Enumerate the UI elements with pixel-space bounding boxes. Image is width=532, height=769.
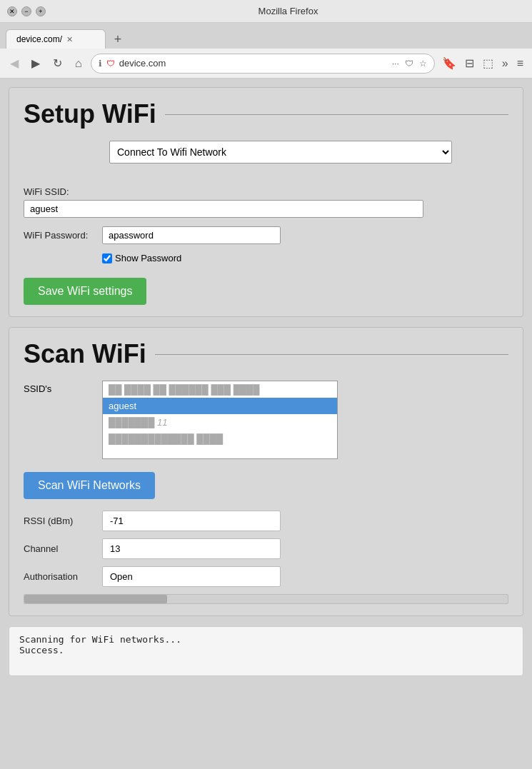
scan-wifi-section: Scan WiFi SSID's ██ ████ ██ ██████ ███ █… [9,327,523,616]
secure-icon: ℹ [99,59,102,69]
shield-icon: 🛡 [106,59,115,69]
minimize-button[interactable]: − [21,6,31,16]
rssi-label: RSSI (dBm) [24,516,102,526]
scan-wifi-button[interactable]: Scan WiFi Networks [24,472,155,499]
save-wifi-button[interactable]: Save WiFi settings [24,278,146,305]
url-text[interactable]: device.com [119,58,388,69]
library-button[interactable]: ⊟ [462,54,477,73]
password-label: WiFi Password: [24,230,102,241]
password-row: WiFi Password: [24,226,508,244]
setup-wifi-title: Setup WiFi [24,99,156,129]
scan-wifi-title: Scan WiFi [24,339,146,369]
setup-wifi-section: Setup WiFi Connect To Wifi Network WiFi … [9,87,523,317]
overflow-button[interactable]: » [499,54,511,73]
forward-button[interactable]: ▶ [27,54,44,73]
show-password-checkbox[interactable] [102,253,112,263]
ssid-row: WiFi SSID: [24,186,508,218]
channel-label: Channel [24,543,102,554]
setup-wifi-divider [165,114,508,115]
ssid-label: WiFi SSID: [24,186,508,197]
tab-bar: device.com/ ✕ + [0,23,532,49]
console-line-1: Scanning for WiFi networks... [19,634,513,645]
browser-titlebar: ✕ − + Mozilla Firefox [0,0,532,23]
show-password-row: Show Password [102,253,508,263]
window-controls[interactable]: ✕ − + [7,6,46,16]
console-output: Scanning for WiFi networks... Success. [9,626,523,676]
console-line-2: Success. [19,645,513,655]
close-button[interactable]: ✕ [7,6,17,16]
auth-label: Authorisation [24,571,102,582]
list-item[interactable]: ██ ████ ██ ██████ ███ ████ [103,381,337,398]
shield-privacy-icon[interactable]: 🛡 [405,59,413,69]
show-password-label[interactable]: Show Password [115,253,181,263]
scrollbar-thumb[interactable] [24,595,167,603]
back-button[interactable]: ◀ [6,54,23,73]
home-button[interactable]: ⌂ [71,54,86,73]
channel-row: Channel 13 [24,538,508,559]
setup-wifi-title-row: Setup WiFi [24,99,508,129]
menu-button[interactable]: ≡ [514,54,526,73]
list-item[interactable]: aguest [103,398,337,414]
page-content: Setup WiFi Connect To Wifi Network WiFi … [0,79,532,685]
auth-value: Open [102,566,281,587]
network-dropdown-row: Connect To Wifi Network [109,141,508,175]
address-bar[interactable]: ℹ 🛡 device.com ··· 🛡 ☆ [91,54,435,74]
tab-close-button[interactable]: ✕ [66,35,73,44]
new-tab-button[interactable]: + [109,30,127,49]
network-select[interactable]: Connect To Wifi Network [109,141,452,164]
scan-wifi-title-row: Scan WiFi [24,339,508,369]
list-item[interactable]: ███████ 11 [103,414,337,431]
nav-bar: ◀ ▶ ↻ ⌂ ℹ 🛡 device.com ··· 🛡 ☆ 🔖 ⊟ ⬚ » ≡ [0,49,532,79]
synced-tabs-button[interactable]: ⬚ [480,54,496,73]
scan-wifi-divider [155,354,508,355]
reload-button[interactable]: ↻ [49,54,66,73]
list-item[interactable]: █████████████ ████ [103,431,337,447]
auth-row: Authorisation Open [24,566,508,587]
bookmark-icon[interactable]: ☆ [419,59,427,69]
rssi-value: -71 [102,511,281,531]
rssi-row: RSSI (dBm) -71 [24,511,508,531]
network-listbox[interactable]: ██ ████ ██ ██████ ███ ████ aguest ██████… [102,381,338,459]
network-listbox-container: ██ ████ ██ ██████ ███ ████ aguest ██████… [102,381,338,459]
browser-title: Mozilla Firefox [51,6,525,16]
more-icon[interactable]: ··· [392,59,399,69]
active-tab[interactable]: device.com/ ✕ [6,29,106,49]
tab-label: device.com/ [16,34,62,44]
ssid-list-row: SSID's ██ ████ ██ ██████ ███ ████ aguest… [24,381,508,465]
nav-right-buttons: 🔖 ⊟ ⬚ » ≡ [439,54,526,73]
horizontal-scrollbar[interactable] [24,594,508,604]
password-input[interactable] [102,226,281,244]
maximize-button[interactable]: + [36,6,46,16]
ssid-input[interactable] [24,200,423,218]
address-icons: ··· 🛡 ☆ [392,59,427,69]
channel-value: 13 [102,538,281,559]
extensions-button[interactable]: 🔖 [439,54,459,73]
ssid-list-label: SSID's [24,381,102,394]
